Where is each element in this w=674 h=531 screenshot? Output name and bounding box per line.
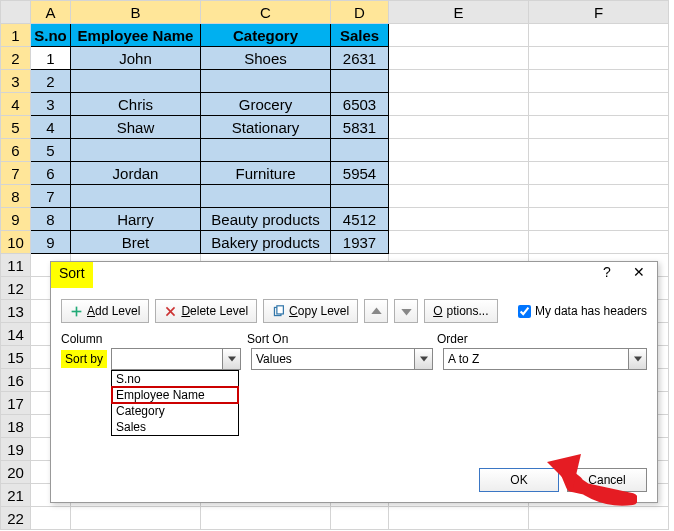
- row-header[interactable]: 13: [1, 300, 31, 323]
- cell[interactable]: [389, 47, 529, 70]
- sort-on-combo[interactable]: Values: [251, 348, 433, 370]
- cell[interactable]: [529, 208, 669, 231]
- row-header[interactable]: 8: [1, 185, 31, 208]
- cell[interactable]: Category: [201, 24, 331, 47]
- cell[interactable]: [389, 507, 529, 530]
- dropdown-option[interactable]: Category: [112, 403, 238, 419]
- cell[interactable]: S.no: [31, 24, 71, 47]
- cell[interactable]: [331, 507, 389, 530]
- row-header[interactable]: 22: [1, 507, 31, 530]
- cell[interactable]: Bakery products: [201, 231, 331, 254]
- cell[interactable]: Bret: [71, 231, 201, 254]
- options-button[interactable]: Options...: [424, 299, 497, 323]
- col-header-E[interactable]: E: [389, 1, 529, 24]
- row-header[interactable]: 15: [1, 346, 31, 369]
- row-header[interactable]: 19: [1, 438, 31, 461]
- cell[interactable]: [529, 231, 669, 254]
- cell[interactable]: [389, 139, 529, 162]
- col-header-C[interactable]: C: [201, 1, 331, 24]
- dropdown-option[interactable]: S.no: [112, 371, 238, 387]
- cell[interactable]: Sales: [331, 24, 389, 47]
- cell[interactable]: Shoes: [201, 47, 331, 70]
- cell[interactable]: [529, 93, 669, 116]
- row-header[interactable]: 20: [1, 461, 31, 484]
- cell[interactable]: [389, 231, 529, 254]
- cell[interactable]: Jordan: [71, 162, 201, 185]
- cell[interactable]: [529, 139, 669, 162]
- ok-button[interactable]: OK: [479, 468, 559, 492]
- cell[interactable]: [529, 47, 669, 70]
- col-header-B[interactable]: B: [71, 1, 201, 24]
- cell[interactable]: [389, 24, 529, 47]
- col-header-F[interactable]: F: [529, 1, 669, 24]
- dropdown-option[interactable]: Employee Name: [111, 386, 239, 404]
- delete-level-button[interactable]: Delete Level: [155, 299, 257, 323]
- select-all-corner[interactable]: [1, 1, 31, 24]
- cell[interactable]: [331, 139, 389, 162]
- chevron-down-icon[interactable]: [414, 349, 432, 369]
- cell[interactable]: [529, 162, 669, 185]
- sort-order-combo[interactable]: A to Z: [443, 348, 647, 370]
- sort-column-dropdown[interactable]: S.no Employee Name Category Sales: [111, 370, 239, 436]
- cell[interactable]: [201, 70, 331, 93]
- row-header[interactable]: 5: [1, 116, 31, 139]
- cell[interactable]: [529, 507, 669, 530]
- row-header[interactable]: 4: [1, 93, 31, 116]
- col-header-D[interactable]: D: [331, 1, 389, 24]
- cell[interactable]: [201, 139, 331, 162]
- cell[interactable]: [71, 185, 201, 208]
- headers-checkbox[interactable]: [518, 305, 531, 318]
- cell[interactable]: 9: [31, 231, 71, 254]
- cell[interactable]: Harry: [71, 208, 201, 231]
- chevron-down-icon[interactable]: [628, 349, 646, 369]
- row-header[interactable]: 12: [1, 277, 31, 300]
- cell[interactable]: 6503: [331, 93, 389, 116]
- cell[interactable]: 4512: [331, 208, 389, 231]
- cell[interactable]: 3: [31, 93, 71, 116]
- cell[interactable]: Chris: [71, 93, 201, 116]
- cell[interactable]: [201, 507, 331, 530]
- cell[interactable]: John: [71, 47, 201, 70]
- cell[interactable]: 1: [31, 47, 71, 70]
- row-header[interactable]: 17: [1, 392, 31, 415]
- headers-checkbox-label[interactable]: My data has headers: [518, 304, 647, 318]
- cell[interactable]: Stationary: [201, 116, 331, 139]
- chevron-down-icon[interactable]: [222, 349, 240, 369]
- cell[interactable]: [389, 185, 529, 208]
- cell[interactable]: [331, 185, 389, 208]
- cell[interactable]: [331, 70, 389, 93]
- cell[interactable]: [389, 70, 529, 93]
- row-header[interactable]: 3: [1, 70, 31, 93]
- move-up-button[interactable]: [364, 299, 388, 323]
- row-header[interactable]: 14: [1, 323, 31, 346]
- cell[interactable]: 2631: [331, 47, 389, 70]
- row-header[interactable]: 16: [1, 369, 31, 392]
- cell[interactable]: 5831: [331, 116, 389, 139]
- dropdown-option[interactable]: Sales: [112, 419, 238, 435]
- move-down-button[interactable]: [394, 299, 418, 323]
- copy-level-button[interactable]: Copy Level: [263, 299, 358, 323]
- cancel-button[interactable]: Cancel: [567, 468, 647, 492]
- cell[interactable]: 2: [31, 70, 71, 93]
- cell[interactable]: 5954: [331, 162, 389, 185]
- cell[interactable]: 4: [31, 116, 71, 139]
- cell[interactable]: 7: [31, 185, 71, 208]
- row-header[interactable]: 2: [1, 47, 31, 70]
- row-header[interactable]: 9: [1, 208, 31, 231]
- cell[interactable]: [71, 139, 201, 162]
- cell[interactable]: Beauty products: [201, 208, 331, 231]
- cell[interactable]: [529, 24, 669, 47]
- row-header[interactable]: 21: [1, 484, 31, 507]
- close-button[interactable]: ✕: [627, 264, 651, 286]
- cell[interactable]: 5: [31, 139, 71, 162]
- cell[interactable]: Shaw: [71, 116, 201, 139]
- cell[interactable]: [389, 208, 529, 231]
- row-header[interactable]: 18: [1, 415, 31, 438]
- cell[interactable]: [201, 185, 331, 208]
- row-header[interactable]: 7: [1, 162, 31, 185]
- row-header[interactable]: 6: [1, 139, 31, 162]
- cell[interactable]: 6: [31, 162, 71, 185]
- cell[interactable]: [529, 116, 669, 139]
- cell[interactable]: [529, 70, 669, 93]
- cell[interactable]: Employee Name: [71, 24, 201, 47]
